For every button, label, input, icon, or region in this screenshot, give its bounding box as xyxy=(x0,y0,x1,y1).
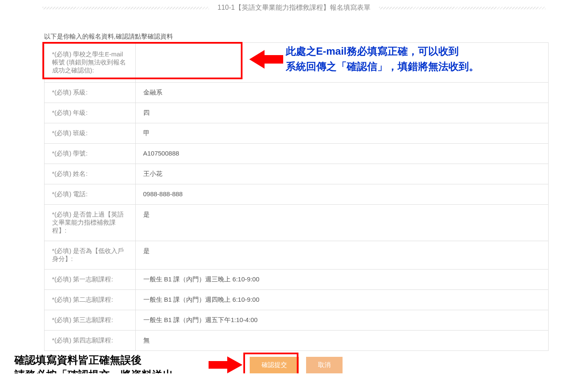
table-row: *(必填) 姓名: 王小花 xyxy=(44,164,548,184)
button-row: 確認提交 取消 確認填寫資料皆正確無誤後 請務必按「確認提交」將資料送出 xyxy=(44,357,549,373)
value-studentid: A107500888 xyxy=(135,144,548,164)
label-phone: *(必填) 電話: xyxy=(44,184,135,205)
page-header: 110-1【英語文畢業能力指標救課程】報名填寫表單 xyxy=(0,0,588,16)
table-row: *(必填) 年級: 四 xyxy=(44,103,548,123)
label-department: *(必填) 系級: xyxy=(44,83,135,103)
label-pref2: *(必填) 第二志願課程: xyxy=(44,290,135,310)
label-name: *(必填) 姓名: xyxy=(44,164,135,184)
annotation-email-line1: 此處之E-mail務必填寫正確，可以收到 xyxy=(286,45,459,57)
value-department: 金融系 xyxy=(135,83,548,103)
decorative-hatch-right xyxy=(379,7,546,9)
label-low-income: *(必填) 是否為【低收入戶身分】: xyxy=(44,241,135,270)
table-row: *(必填) 電話: 0988-888-888 xyxy=(44,184,548,205)
intro-text: 以下是你輸入的報名資料,確認請點擊確認資料 xyxy=(44,33,549,41)
bottom-note-line2: 請務必按「確認提交」將資料送出 xyxy=(14,369,173,373)
table-row: *(必填) 是否曾上過【英語文畢業能力指標補救課程】: 是 xyxy=(44,205,548,241)
table-row: *(必填) 系級: 金融系 xyxy=(44,83,548,103)
submit-button[interactable]: 確認提交 xyxy=(250,357,299,373)
bottom-note-line1: 確認填寫資料皆正確無誤後 xyxy=(14,354,142,366)
label-pref4: *(必填) 第四志願課程: xyxy=(44,331,135,351)
arrow-right-icon xyxy=(209,356,242,373)
table-row: *(必填) 第四志願課程: 無 xyxy=(44,331,548,351)
label-pref1: *(必填) 第一志願課程: xyxy=(44,270,135,290)
page-title: 110-1【英語文畢業能力指標救課程】報名填寫表單 xyxy=(217,3,371,12)
label-pref3: *(必填) 第三志願課程: xyxy=(44,310,135,331)
label-studentid: *(必填) 學號: xyxy=(44,144,135,164)
svg-marker-0 xyxy=(249,50,283,69)
value-name: 王小花 xyxy=(135,164,548,184)
value-pref2: 一般生 B1 課（內門）週四晚上 6:10-9:00 xyxy=(135,290,548,310)
svg-marker-1 xyxy=(209,356,242,373)
table-row: *(必填) 第一志願課程: 一般生 B1 課（內門）週三晚上 6:10-9:00 xyxy=(44,270,548,290)
table-row: *(必填) 第二志願課程: 一般生 B1 課（內門）週四晚上 6:10-9:00 xyxy=(44,290,548,310)
table-row: *(必填) 是否為【低收入戶身分】: 是 xyxy=(44,241,548,270)
label-prev-course: *(必填) 是否曾上過【英語文畢業能力指標補救課程】: xyxy=(44,205,135,241)
value-grade: 四 xyxy=(135,103,548,123)
annotation-email-line2: 系統回傳之「確認信」，填錯將無法收到。 xyxy=(286,61,479,72)
label-email: *(必填) 學校之學生E-mail帳號 (填錯則無法收到報名成功之確認信): xyxy=(44,43,135,83)
value-low-income: 是 xyxy=(135,241,548,270)
table-row: *(必填) 第三志願課程: 一般生 B1 課（內門）週五下午1:10-4:00 xyxy=(44,310,548,331)
cancel-button[interactable]: 取消 xyxy=(306,357,343,373)
label-class: *(必填) 班級: xyxy=(44,123,135,144)
annotation-email: 此處之E-mail務必填寫正確，可以收到 系統回傳之「確認信」，填錯將無法收到。 xyxy=(286,44,479,74)
arrow-left-icon xyxy=(249,49,283,70)
confirmation-table: *(必填) 學校之學生E-mail帳號 (填錯則無法收到報名成功之確認信): *… xyxy=(44,42,549,351)
label-grade: *(必填) 年級: xyxy=(44,103,135,123)
table-row: *(必填) 學號: A107500888 xyxy=(44,144,548,164)
value-pref4: 無 xyxy=(135,331,548,351)
decorative-hatch-left xyxy=(42,7,209,9)
value-phone: 0988-888-888 xyxy=(135,184,548,205)
value-pref3: 一般生 B1 課（內門）週五下午1:10-4:00 xyxy=(135,310,548,331)
value-pref1: 一般生 B1 課（內門）週三晚上 6:10-9:00 xyxy=(135,270,548,290)
bottom-note: 確認填寫資料皆正確無誤後 請務必按「確認提交」將資料送出 xyxy=(14,353,173,373)
value-prev-course: 是 xyxy=(135,205,548,241)
value-class: 甲 xyxy=(135,123,548,144)
table-row: *(必填) 班級: 甲 xyxy=(44,123,548,144)
form-container: 以下是你輸入的報名資料,確認請點擊確認資料 *(必填) 學校之學生E-mail帳… xyxy=(40,33,549,373)
